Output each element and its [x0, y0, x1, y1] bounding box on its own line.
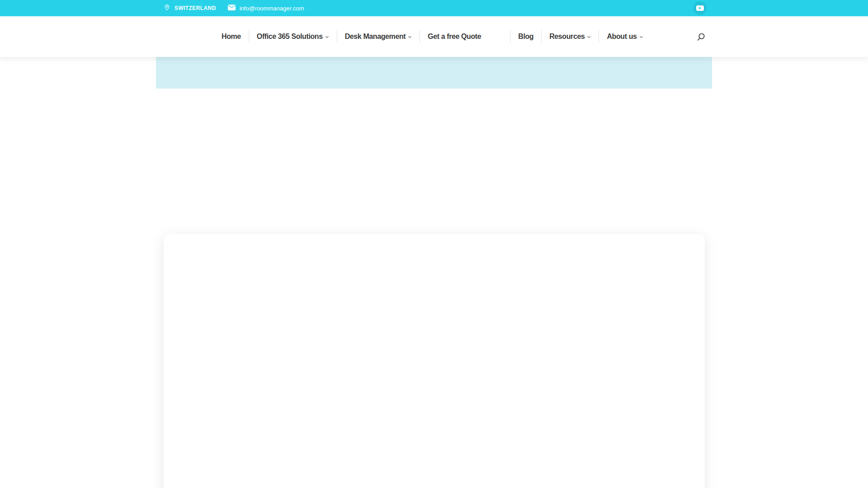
- chevron-down-icon: [325, 35, 329, 39]
- youtube-play-glyph: [696, 5, 704, 11]
- topbar-left-group: SWITZERLAND info@roommanager.com: [164, 4, 304, 13]
- nav-item-resources[interactable]: Resources: [541, 30, 599, 43]
- nav-item-label: Resources: [549, 33, 585, 41]
- topbar-social-group: [693, 1, 707, 15]
- contact-email-link[interactable]: info@roommanager.com: [240, 5, 304, 12]
- main-header: Home Office 365 Solutions Desk Managemen…: [0, 16, 868, 57]
- nav-item-label: Desk Management: [345, 33, 406, 41]
- main-nav: Home Office 365 Solutions Desk Managemen…: [222, 16, 695, 57]
- nav-item-label: Blog: [518, 33, 533, 41]
- nav-item-about-us[interactable]: About us: [599, 30, 651, 43]
- nav-item-blog[interactable]: Blog: [510, 30, 541, 43]
- nav-item-label: About us: [607, 33, 637, 41]
- youtube-icon[interactable]: [693, 1, 707, 15]
- nav-item-label: Get a free Quote: [428, 33, 481, 41]
- chevron-down-icon: [587, 35, 591, 39]
- location-label: SWITZERLAND: [175, 5, 216, 11]
- chevron-down-icon: [408, 35, 412, 39]
- nav-item-home[interactable]: Home: [222, 30, 249, 43]
- chevron-down-icon: [639, 35, 643, 39]
- nav-item-label: Office 365 Solutions: [257, 33, 323, 41]
- nav-item-label: Home: [222, 33, 241, 41]
- contact-email-item[interactable]: info@roommanager.com: [228, 4, 304, 12]
- nav-item-get-a-free-quote[interactable]: Get a free Quote: [420, 30, 510, 43]
- mail-icon: [228, 4, 236, 12]
- search-icon[interactable]: [695, 31, 706, 42]
- location-item: SWITZERLAND: [164, 4, 216, 13]
- nav-item-desk-management[interactable]: Desk Management: [337, 30, 420, 43]
- page-title-band: [156, 57, 712, 89]
- content-card: [164, 234, 705, 488]
- top-info-bar: SWITZERLAND info@roommanager.com: [0, 0, 868, 16]
- location-pin-icon: [164, 4, 170, 13]
- nav-item-office-365-solutions[interactable]: Office 365 Solutions: [249, 30, 337, 43]
